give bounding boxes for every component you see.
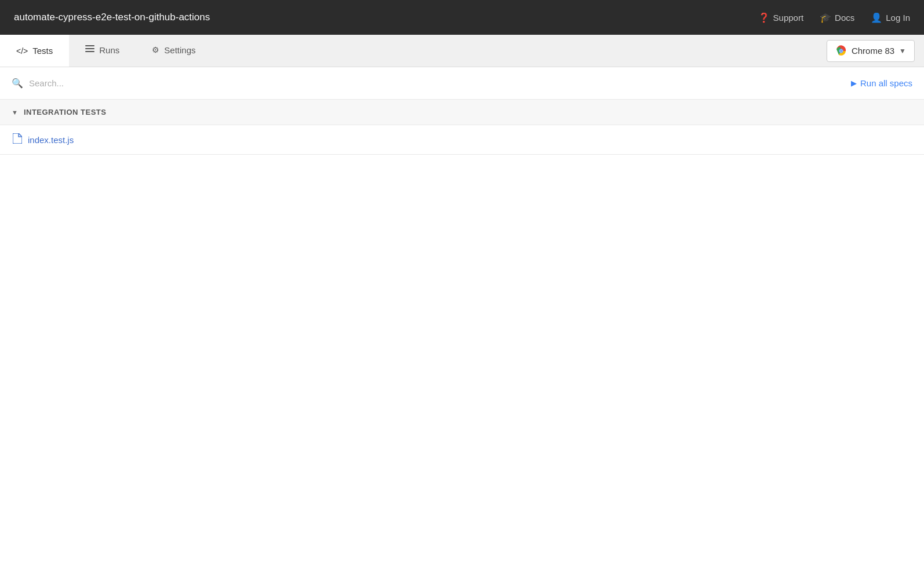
tab-runs[interactable]: Runs (69, 35, 136, 67)
user-icon: 👤 (871, 12, 882, 23)
search-left: 🔍 (12, 78, 261, 89)
chevron-down-icon: ▼ (899, 47, 906, 55)
tab-bar: </> Tests Runs ⚙ Settings (0, 35, 924, 67)
tab-settings[interactable]: ⚙ Settings (136, 35, 212, 67)
app-title: automate-cypress-e2e-test-on-github-acti… (14, 12, 210, 23)
support-link[interactable]: ❓ Support (758, 12, 804, 23)
play-icon: ▶ (851, 79, 857, 87)
login-link[interactable]: 👤 Log In (871, 12, 910, 23)
docs-label: Docs (835, 13, 854, 23)
integration-tests-section-header: ▼ INTEGRATION TESTS (0, 100, 924, 125)
browser-name: Chrome 83 (852, 46, 894, 56)
tests-icon: </> (16, 46, 28, 56)
support-label: Support (773, 13, 804, 23)
top-nav: automate-cypress-e2e-test-on-github-acti… (0, 0, 924, 35)
chrome-icon (835, 45, 847, 57)
settings-icon: ⚙ (152, 45, 159, 54)
docs-link[interactable]: 🎓 Docs (820, 12, 854, 23)
collapse-icon[interactable]: ▼ (12, 109, 18, 116)
tab-tests-label: Tests (32, 46, 53, 56)
docs-icon: 🎓 (820, 12, 831, 23)
search-icon: 🔍 (12, 78, 23, 89)
top-nav-actions: ❓ Support 🎓 Docs 👤 Log In (758, 12, 910, 23)
svg-rect-2 (85, 51, 94, 52)
integration-tests-title: INTEGRATION TESTS (24, 108, 107, 116)
search-bar: 🔍 ▶ Run all specs (0, 67, 924, 100)
svg-rect-1 (85, 48, 94, 49)
tab-tests[interactable]: </> Tests (0, 35, 69, 67)
browser-selector[interactable]: Chrome 83 ▼ (827, 40, 915, 62)
runs-icon (85, 45, 94, 55)
svg-rect-0 (85, 45, 94, 46)
run-all-label: Run all specs (860, 78, 912, 88)
tab-runs-label: Runs (99, 45, 119, 55)
svg-point-5 (840, 50, 842, 52)
support-icon: ❓ (758, 12, 770, 23)
login-label: Log In (886, 13, 910, 23)
file-list: index.test.js (0, 125, 924, 155)
tab-settings-label: Settings (164, 45, 195, 55)
file-icon (13, 133, 22, 146)
run-all-specs-button[interactable]: ▶ Run all specs (851, 78, 912, 88)
file-name: index.test.js (28, 135, 74, 145)
file-item[interactable]: index.test.js (0, 125, 924, 155)
search-input[interactable] (29, 78, 261, 88)
tab-bar-left: </> Tests Runs ⚙ Settings (0, 35, 212, 67)
